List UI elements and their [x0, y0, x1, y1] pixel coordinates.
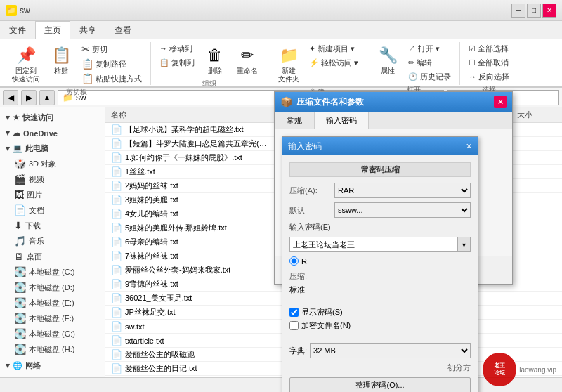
init-clear-row: 初分方	[289, 362, 471, 373]
password-label: 输入密码(E)	[289, 222, 353, 233]
init-label: 初分方	[447, 363, 471, 372]
dict-select[interactable]: 32 MB	[310, 343, 471, 358]
compress-select[interactable]: RAR ZIP	[334, 183, 471, 198]
encrypt-filename-checkbox[interactable]	[289, 321, 299, 330]
radio-1-label: R	[301, 257, 307, 266]
radio-group: R	[289, 256, 307, 268]
tab-general[interactable]: 常规	[275, 112, 314, 129]
compress-dialog-title: 压缩文件名和参数	[296, 96, 490, 108]
section-title-compress: 常密码压缩	[289, 162, 471, 177]
radio-1[interactable]	[289, 256, 299, 266]
password-dropdown-arrow[interactable]: ▾	[457, 237, 470, 251]
dict-row: 字典: 32 MB	[289, 343, 471, 358]
compress-label: 压缩(A):	[289, 185, 332, 196]
password-input-row: ▾	[289, 237, 471, 252]
dict-label-text: 字典:	[289, 346, 307, 356]
dialog-overlay: 📦 压缩文件名和参数 ✕ 常规 输入密码 输入密码 ✕ 常密码压缩 压缩(A):	[0, 0, 562, 392]
default-select[interactable]: ssww...	[334, 202, 471, 218]
radio-row-1: R	[289, 256, 307, 266]
clear-password-button[interactable]: 整理密码(O)...	[289, 377, 471, 392]
compress-dialog-titlebar: 📦 压缩文件名和参数 ✕	[275, 92, 512, 112]
tab-password[interactable]: 输入密码	[314, 112, 369, 129]
compress-dialog-body: 输入密码 ✕ 常密码压缩 压缩(A): RAR ZIP 默认	[275, 129, 512, 256]
separator-1	[289, 301, 471, 301]
show-password-checkbox[interactable]	[289, 308, 299, 317]
show-password-label: 显示密码(S)	[301, 307, 343, 318]
default-label: 默认	[289, 205, 332, 216]
password-sub-dialog: 输入密码 ✕ 常密码压缩 压缩(A): RAR ZIP 默认	[282, 136, 478, 392]
password-sub-dialog-close[interactable]: ✕	[466, 142, 472, 151]
separator-2	[289, 337, 471, 337]
compression-level-label: 压缩:	[289, 271, 471, 282]
compress-dialog-icon: 📦	[280, 96, 292, 107]
password-sub-title-text: 输入密码	[288, 141, 466, 152]
bitrate-label: 标准	[289, 285, 305, 295]
compress-dialog-close[interactable]: ✕	[494, 96, 507, 108]
password-row: 输入密码(E)	[289, 222, 471, 233]
password-sub-dialog-title: 输入密码 ✕	[282, 137, 478, 155]
password-input-wrapper: ▾	[289, 237, 471, 252]
show-password-row: 显示密码(S)	[289, 307, 471, 318]
password-input[interactable]	[290, 237, 457, 251]
compress-dialog: 📦 压缩文件名和参数 ✕ 常规 输入密码 输入密码 ✕ 常密码压缩 压缩(A):	[274, 91, 513, 285]
bitrate-row: 标准	[289, 285, 471, 295]
password-sub-dialog-body: 常密码压缩 压缩(A): RAR ZIP 默认 ssww...	[282, 155, 478, 392]
compress-dialog-tabs: 常规 输入密码	[275, 112, 512, 129]
encrypt-filename-label: 加密文件名(N)	[301, 320, 351, 331]
encrypt-filename-row: 加密文件名(N)	[289, 320, 471, 331]
